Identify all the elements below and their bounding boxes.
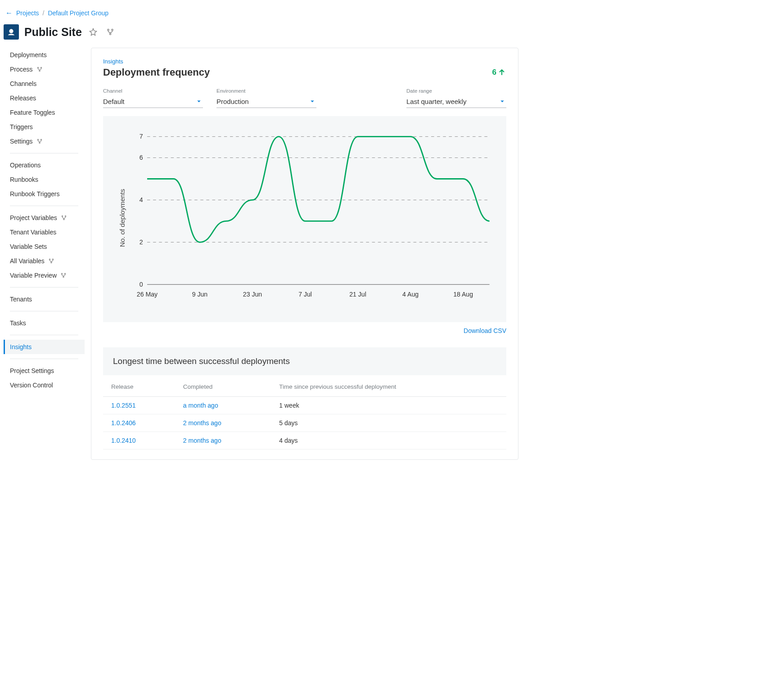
table-row: 1.0.24102 months ago4 days [103,432,506,449]
table-heading: Longest time between successful deployme… [103,347,506,375]
sidebar: DeploymentsProcessChannelsReleasesFeatur… [4,48,85,460]
breadcrumb: ← Projects / Default Project Group [4,4,518,22]
sidebar-item-runbook-triggers[interactable]: Runbook Triggers [4,187,85,201]
svg-text:0: 0 [140,281,143,288]
sidebar-item-operations[interactable]: Operations [4,158,85,172]
sidebar-item-tenant-variables[interactable]: Tenant Variables [4,225,85,239]
sidebar-item-process[interactable]: Process [4,62,85,76]
svg-text:4: 4 [140,196,143,203]
range-value: Last quarter, weekly [406,98,466,105]
delta-cell: 4 days [271,432,506,449]
sidebar-item-label: Tenant Variables [10,229,56,236]
table-header: Completed [175,377,271,397]
svg-text:6: 6 [140,154,143,161]
svg-text:7: 7 [140,133,143,140]
sidebar-item-label: Process [10,66,33,73]
arrow-up-icon [497,68,506,77]
sidebar-item-label: Variable Sets [10,243,47,250]
breadcrumb-group[interactable]: Default Project Group [48,9,108,17]
svg-point-1 [108,29,109,31]
trend-value: 6 [492,68,496,77]
sidebar-item-label: All Variables [10,257,45,265]
range-label: Date range [406,88,506,94]
sidebar-item-label: Tasks [10,319,26,327]
svg-point-2 [112,29,113,31]
delta-cell: 1 week [271,397,506,414]
svg-point-3 [109,33,111,35]
sidebar-item-feature-toggles[interactable]: Feature Toggles [4,105,85,120]
sidebar-item-tasks[interactable]: Tasks [4,316,85,330]
channel-value: Default [103,98,125,105]
svg-text:26 May: 26 May [137,291,158,298]
sidebar-item-label: Releases [10,94,36,102]
release-link[interactable]: 1.0.2551 [111,402,136,409]
branch-icon[interactable] [104,26,116,38]
svg-text:9 Jun: 9 Jun [192,291,207,298]
channel-select[interactable]: Default [103,94,203,108]
sidebar-item-variable-preview[interactable]: Variable Preview [4,268,85,283]
star-icon[interactable] [87,26,99,38]
deployments-table: ReleaseCompletedTime since previous succ… [103,377,506,449]
sidebar-item-label: Tenants [10,296,32,303]
svg-text:23 Jun: 23 Jun [243,291,262,298]
release-link[interactable]: 1.0.2406 [111,419,136,427]
eyebrow-link[interactable]: Insights [103,58,506,65]
svg-point-8 [41,139,41,140]
project-logo [4,24,19,40]
svg-point-6 [39,70,40,71]
sidebar-item-all-variables[interactable]: All Variables [4,254,85,268]
svg-point-9 [39,142,40,143]
svg-point-7 [37,139,38,140]
section-heading: Deployment frequency [103,67,210,78]
sidebar-item-project-settings[interactable]: Project Settings [4,364,85,378]
sidebar-item-releases[interactable]: Releases [4,91,85,105]
deployment-frequency-chart: 0246726 May9 Jun23 Jun7 Jul21 Jul4 Aug18… [126,127,494,307]
chart-card: No. of deployments 0246726 May9 Jun23 Ju… [103,116,506,322]
breadcrumb-separator: / [43,9,45,17]
sidebar-item-insights[interactable]: Insights [4,340,85,354]
svg-point-15 [51,262,52,263]
back-arrow-icon[interactable]: ← [5,9,13,17]
svg-text:2: 2 [140,238,143,246]
sidebar-item-label: Operations [10,162,41,169]
svg-point-13 [49,259,50,260]
sidebar-item-settings[interactable]: Settings [4,134,85,148]
sidebar-item-triggers[interactable]: Triggers [4,120,85,134]
svg-point-4 [37,67,38,68]
download-csv-link[interactable]: Download CSV [464,327,506,334]
table-row: 1.0.24062 months ago5 days [103,414,506,432]
delta-cell: 5 days [271,414,506,432]
sidebar-item-runbooks[interactable]: Runbooks [4,172,85,187]
svg-text:18 Aug: 18 Aug [453,291,473,298]
svg-point-11 [65,216,66,216]
svg-point-12 [63,219,64,220]
svg-point-17 [64,273,65,274]
sidebar-item-label: Runbooks [10,176,38,183]
range-select[interactable]: Last quarter, weekly [406,94,506,108]
sidebar-item-project-variables[interactable]: Project Variables [4,211,85,225]
sidebar-item-deployments[interactable]: Deployments [4,48,85,62]
svg-text:4 Aug: 4 Aug [402,291,419,298]
svg-point-5 [41,67,41,68]
completed-link[interactable]: 2 months ago [183,419,221,427]
main-content: Insights Deployment frequency 6 Channel … [91,48,518,460]
chevron-down-icon [498,97,506,105]
table-row: 1.0.2551a month ago1 week [103,397,506,414]
sidebar-item-channels[interactable]: Channels [4,76,85,91]
table-header: Time since previous successful deploymen… [271,377,506,397]
sidebar-item-label: Project Variables [10,214,57,221]
sidebar-item-variable-sets[interactable]: Variable Sets [4,239,85,254]
svg-point-18 [63,276,64,277]
svg-point-14 [52,259,53,260]
svg-text:7 Jul: 7 Jul [298,291,312,298]
completed-link[interactable]: 2 months ago [183,437,221,444]
sidebar-item-tenants[interactable]: Tenants [4,292,85,306]
completed-link[interactable]: a month ago [183,402,218,409]
env-select[interactable]: Production [216,94,316,108]
sidebar-item-label: Insights [10,343,32,350]
breadcrumb-projects[interactable]: Projects [16,9,39,17]
svg-point-16 [61,273,62,274]
release-link[interactable]: 1.0.2410 [111,437,136,444]
sidebar-item-version-control[interactable]: Version Control [4,378,85,392]
page-title: Public Site [24,26,82,39]
